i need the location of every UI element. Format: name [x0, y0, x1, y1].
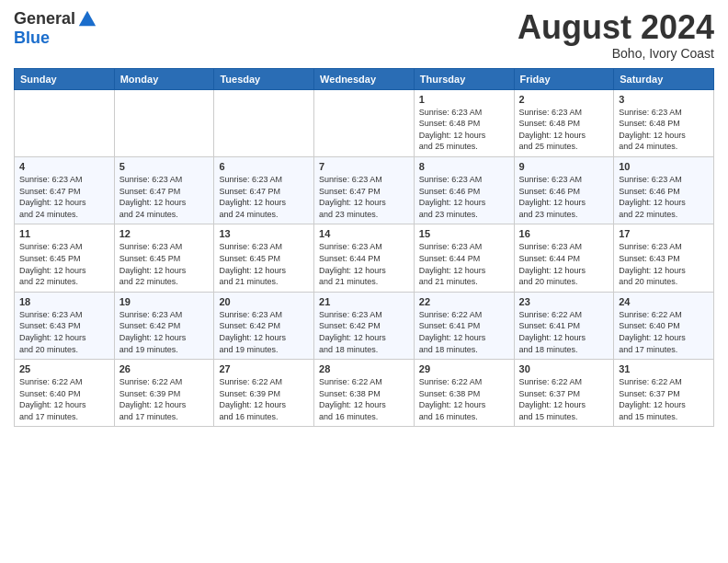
day-info: Sunrise: 6:23 AM Sunset: 6:46 PM Dayligh…: [519, 174, 609, 220]
calendar-cell: 4Sunrise: 6:23 AM Sunset: 6:47 PM Daylig…: [15, 156, 115, 224]
calendar-cell: 14Sunrise: 6:23 AM Sunset: 6:44 PM Dayli…: [314, 224, 415, 292]
calendar-cell: 8Sunrise: 6:23 AM Sunset: 6:46 PM Daylig…: [414, 156, 514, 224]
day-info: Sunrise: 6:22 AM Sunset: 6:38 PM Dayligh…: [419, 376, 509, 422]
title-block: August 2024 Boho, Ivory Coast: [518, 9, 714, 61]
day-number: 14: [319, 228, 409, 239]
day-info: Sunrise: 6:23 AM Sunset: 6:46 PM Dayligh…: [619, 174, 709, 220]
day-info: Sunrise: 6:23 AM Sunset: 6:44 PM Dayligh…: [519, 241, 609, 287]
day-number: 13: [219, 228, 309, 239]
day-number: 2: [519, 94, 609, 105]
calendar-cell: 20Sunrise: 6:23 AM Sunset: 6:42 PM Dayli…: [214, 292, 314, 359]
location: Boho, Ivory Coast: [518, 46, 714, 61]
logo-icon: [77, 9, 97, 29]
day-number: 27: [219, 363, 309, 374]
calendar-header-thursday: Thursday: [414, 68, 514, 89]
day-number: 22: [419, 296, 509, 307]
calendar-cell: 2Sunrise: 6:23 AM Sunset: 6:48 PM Daylig…: [514, 89, 614, 156]
day-number: 1: [419, 94, 509, 105]
day-number: 23: [519, 296, 609, 307]
calendar-cell: 11Sunrise: 6:23 AM Sunset: 6:45 PM Dayli…: [15, 224, 115, 292]
day-number: 10: [619, 161, 709, 172]
page: General Blue August 2024 Boho, Ivory Coa…: [0, 0, 728, 563]
day-number: 18: [19, 296, 109, 307]
day-info: Sunrise: 6:23 AM Sunset: 6:42 PM Dayligh…: [219, 309, 309, 355]
day-info: Sunrise: 6:23 AM Sunset: 6:44 PM Dayligh…: [319, 241, 409, 287]
calendar-cell: 23Sunrise: 6:22 AM Sunset: 6:41 PM Dayli…: [514, 292, 614, 359]
calendar-header-sunday: Sunday: [15, 68, 115, 89]
day-number: 25: [19, 363, 109, 374]
day-info: Sunrise: 6:23 AM Sunset: 6:45 PM Dayligh…: [219, 241, 309, 287]
day-number: 12: [119, 228, 210, 239]
calendar-cell: [314, 89, 415, 156]
day-number: 16: [519, 228, 609, 239]
day-number: 26: [119, 363, 210, 374]
day-info: Sunrise: 6:23 AM Sunset: 6:42 PM Dayligh…: [119, 309, 210, 355]
day-info: Sunrise: 6:23 AM Sunset: 6:47 PM Dayligh…: [119, 174, 210, 220]
day-number: 3: [619, 94, 709, 105]
calendar-cell: 18Sunrise: 6:23 AM Sunset: 6:43 PM Dayli…: [15, 292, 115, 359]
logo-general: General: [14, 10, 75, 29]
day-info: Sunrise: 6:23 AM Sunset: 6:46 PM Dayligh…: [419, 174, 509, 220]
calendar-cell: 10Sunrise: 6:23 AM Sunset: 6:46 PM Dayli…: [614, 156, 714, 224]
day-number: 31: [619, 363, 709, 374]
day-info: Sunrise: 6:23 AM Sunset: 6:48 PM Dayligh…: [519, 107, 609, 153]
day-number: 7: [319, 161, 409, 172]
day-info: Sunrise: 6:22 AM Sunset: 6:38 PM Dayligh…: [319, 376, 409, 422]
calendar-cell: 7Sunrise: 6:23 AM Sunset: 6:47 PM Daylig…: [314, 156, 415, 224]
day-number: 19: [119, 296, 210, 307]
day-info: Sunrise: 6:23 AM Sunset: 6:48 PM Dayligh…: [619, 107, 709, 153]
calendar-cell: 1Sunrise: 6:23 AM Sunset: 6:48 PM Daylig…: [414, 89, 514, 156]
calendar-header-tuesday: Tuesday: [214, 68, 314, 89]
day-info: Sunrise: 6:23 AM Sunset: 6:45 PM Dayligh…: [119, 241, 210, 287]
calendar-header-friday: Friday: [514, 68, 614, 89]
logo-text-block: General Blue: [14, 9, 97, 48]
calendar-header-wednesday: Wednesday: [314, 68, 415, 89]
day-number: 20: [219, 296, 309, 307]
calendar-cell: 16Sunrise: 6:23 AM Sunset: 6:44 PM Dayli…: [514, 224, 614, 292]
day-info: Sunrise: 6:23 AM Sunset: 6:43 PM Dayligh…: [19, 309, 109, 355]
calendar-cell: 25Sunrise: 6:22 AM Sunset: 6:40 PM Dayli…: [15, 360, 115, 427]
calendar-cell: 12Sunrise: 6:23 AM Sunset: 6:45 PM Dayli…: [114, 224, 214, 292]
calendar-header-monday: Monday: [114, 68, 214, 89]
day-number: 9: [519, 161, 609, 172]
day-info: Sunrise: 6:22 AM Sunset: 6:39 PM Dayligh…: [119, 376, 210, 422]
header: General Blue August 2024 Boho, Ivory Coa…: [14, 9, 714, 61]
calendar-cell: 17Sunrise: 6:23 AM Sunset: 6:43 PM Dayli…: [614, 224, 714, 292]
day-number: 17: [619, 228, 709, 239]
calendar-cell: 27Sunrise: 6:22 AM Sunset: 6:39 PM Dayli…: [214, 360, 314, 427]
day-info: Sunrise: 6:23 AM Sunset: 6:48 PM Dayligh…: [419, 107, 509, 153]
calendar-header-saturday: Saturday: [614, 68, 714, 89]
day-info: Sunrise: 6:22 AM Sunset: 6:41 PM Dayligh…: [519, 309, 609, 355]
day-info: Sunrise: 6:22 AM Sunset: 6:40 PM Dayligh…: [619, 309, 709, 355]
day-number: 5: [119, 161, 210, 172]
calendar-week-3: 11Sunrise: 6:23 AM Sunset: 6:45 PM Dayli…: [15, 224, 714, 292]
calendar-cell: 3Sunrise: 6:23 AM Sunset: 6:48 PM Daylig…: [614, 89, 714, 156]
calendar-cell: 22Sunrise: 6:22 AM Sunset: 6:41 PM Dayli…: [414, 292, 514, 359]
day-info: Sunrise: 6:22 AM Sunset: 6:40 PM Dayligh…: [19, 376, 109, 422]
calendar-cell: 19Sunrise: 6:23 AM Sunset: 6:42 PM Dayli…: [114, 292, 214, 359]
calendar-cell: [214, 89, 314, 156]
day-number: 8: [419, 161, 509, 172]
calendar-cell: 13Sunrise: 6:23 AM Sunset: 6:45 PM Dayli…: [214, 224, 314, 292]
day-info: Sunrise: 6:22 AM Sunset: 6:37 PM Dayligh…: [619, 376, 709, 422]
day-info: Sunrise: 6:22 AM Sunset: 6:41 PM Dayligh…: [419, 309, 509, 355]
calendar-week-2: 4Sunrise: 6:23 AM Sunset: 6:47 PM Daylig…: [15, 156, 714, 224]
calendar-week-5: 25Sunrise: 6:22 AM Sunset: 6:40 PM Dayli…: [15, 360, 714, 427]
calendar-week-4: 18Sunrise: 6:23 AM Sunset: 6:43 PM Dayli…: [15, 292, 714, 359]
calendar-cell: 6Sunrise: 6:23 AM Sunset: 6:47 PM Daylig…: [214, 156, 314, 224]
day-number: 29: [419, 363, 509, 374]
day-number: 4: [19, 161, 109, 172]
day-number: 11: [19, 228, 109, 239]
calendar-cell: [114, 89, 214, 156]
calendar-table: SundayMondayTuesdayWednesdayThursdayFrid…: [14, 68, 714, 428]
calendar-cell: 5Sunrise: 6:23 AM Sunset: 6:47 PM Daylig…: [114, 156, 214, 224]
calendar-cell: 9Sunrise: 6:23 AM Sunset: 6:46 PM Daylig…: [514, 156, 614, 224]
day-number: 21: [319, 296, 409, 307]
day-info: Sunrise: 6:23 AM Sunset: 6:47 PM Dayligh…: [319, 174, 409, 220]
calendar-cell: 28Sunrise: 6:22 AM Sunset: 6:38 PM Dayli…: [314, 360, 415, 427]
calendar-cell: 31Sunrise: 6:22 AM Sunset: 6:37 PM Dayli…: [614, 360, 714, 427]
day-info: Sunrise: 6:23 AM Sunset: 6:44 PM Dayligh…: [419, 241, 509, 287]
day-info: Sunrise: 6:23 AM Sunset: 6:45 PM Dayligh…: [19, 241, 109, 287]
month-title: August 2024: [518, 9, 714, 46]
calendar-cell: 26Sunrise: 6:22 AM Sunset: 6:39 PM Dayli…: [114, 360, 214, 427]
